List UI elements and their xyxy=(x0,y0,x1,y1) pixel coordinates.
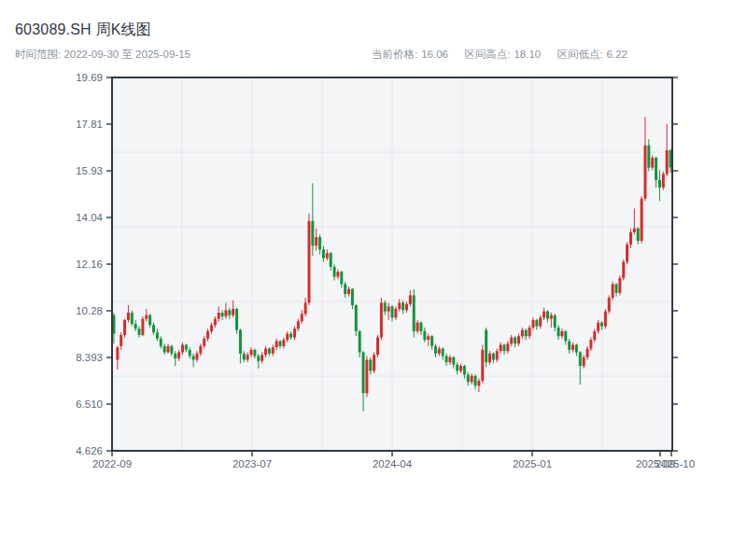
candle-body xyxy=(398,302,401,309)
candle[interactable] xyxy=(380,298,383,340)
candle-body xyxy=(224,310,227,316)
stat-current-price-label: 当前价格: xyxy=(372,49,417,60)
x-tick-label: 2025-10 xyxy=(655,458,695,469)
candle[interactable] xyxy=(373,352,375,373)
candle[interactable] xyxy=(235,308,238,334)
candle-body xyxy=(344,284,346,294)
candle-body xyxy=(148,315,151,326)
candle-body xyxy=(123,320,126,335)
candle-body xyxy=(318,237,321,249)
candle-body xyxy=(134,324,137,329)
candle[interactable] xyxy=(413,289,416,338)
candle-body xyxy=(120,335,122,346)
candle-body xyxy=(626,245,628,262)
y-tick-label: 10.28 xyxy=(76,305,103,316)
candle-body xyxy=(506,343,509,351)
candle-body xyxy=(593,331,596,340)
candle-body xyxy=(419,323,422,331)
y-tick-label: 8.393 xyxy=(76,352,103,363)
candle-body xyxy=(557,328,560,336)
candle-body xyxy=(471,376,473,383)
candle-body xyxy=(239,330,242,354)
candle-body xyxy=(243,354,246,360)
candle-body xyxy=(456,365,458,371)
candle-body xyxy=(160,339,162,346)
candle-body xyxy=(163,346,166,353)
candle-body xyxy=(488,354,491,362)
candle-body xyxy=(206,331,209,339)
candle-body xyxy=(131,313,134,324)
candle[interactable] xyxy=(618,275,621,295)
candle[interactable] xyxy=(641,196,643,243)
kline-chart[interactable]: 19.6917.8115.9314.0412.1610.288.3936.510… xyxy=(0,0,747,560)
candle[interactable] xyxy=(365,356,368,397)
candle-body xyxy=(272,347,275,354)
candle-body xyxy=(167,346,170,353)
candle-body xyxy=(177,352,180,358)
candle-body xyxy=(218,313,220,319)
candle-body xyxy=(583,357,585,366)
candle-body xyxy=(297,321,300,329)
candle-body xyxy=(311,221,314,246)
candle-body xyxy=(481,350,484,381)
stat-range-low-value: 6.22 xyxy=(607,49,627,60)
candle-body xyxy=(413,295,416,331)
candle-body xyxy=(554,315,557,328)
candle-body xyxy=(376,338,379,356)
candle-body xyxy=(459,366,462,371)
candle-body xyxy=(586,348,589,357)
candle-body xyxy=(535,320,538,327)
candle-body xyxy=(347,289,350,294)
candle-body xyxy=(307,221,310,303)
candle-body xyxy=(250,350,253,355)
candle-body xyxy=(600,323,603,327)
candle-body xyxy=(521,330,524,337)
candle-body xyxy=(423,331,426,340)
candle-body xyxy=(445,356,448,362)
candle-body xyxy=(181,345,184,353)
stat-range-high-label: 区间高点: xyxy=(464,49,510,60)
candle[interactable] xyxy=(481,345,484,384)
candle-body xyxy=(293,329,296,337)
candle-body xyxy=(564,331,567,342)
candle-body xyxy=(138,329,141,335)
candle-body xyxy=(597,323,599,331)
candle-body xyxy=(589,340,592,348)
candle-body xyxy=(210,325,213,331)
candle[interactable] xyxy=(662,172,665,190)
candle-body xyxy=(235,309,238,330)
candle-body xyxy=(529,328,531,336)
y-tick-label: 14.04 xyxy=(76,212,103,223)
candle[interactable] xyxy=(626,242,628,264)
candle-body xyxy=(618,278,621,293)
candle-body xyxy=(474,376,477,386)
candle-body xyxy=(633,229,636,232)
x-tick-label: 2024-04 xyxy=(373,458,413,469)
candle-body xyxy=(409,295,412,303)
candle[interactable] xyxy=(622,259,625,281)
candle-body xyxy=(275,342,278,348)
candle-body xyxy=(232,309,234,315)
candle-body xyxy=(452,357,455,365)
candle-body xyxy=(651,158,654,168)
candle-body xyxy=(546,312,549,319)
candle[interactable] xyxy=(123,319,126,338)
candle-body xyxy=(579,352,582,366)
candle-body xyxy=(359,331,361,353)
candle[interactable] xyxy=(376,335,379,357)
candle-body xyxy=(629,232,632,245)
candle-body xyxy=(369,359,372,371)
candle-body xyxy=(156,332,159,339)
candle-body xyxy=(214,319,217,326)
candle[interactable] xyxy=(612,282,614,301)
candle[interactable] xyxy=(141,316,144,336)
candle[interactable] xyxy=(307,214,310,305)
candle[interactable] xyxy=(608,295,611,314)
candle-body xyxy=(427,336,430,340)
candle[interactable] xyxy=(485,328,487,367)
stat-current-price-value: 16.06 xyxy=(421,49,448,60)
candle-body xyxy=(442,348,444,356)
candle-body xyxy=(612,284,614,298)
candle-body xyxy=(141,319,144,335)
candle[interactable] xyxy=(604,309,607,329)
